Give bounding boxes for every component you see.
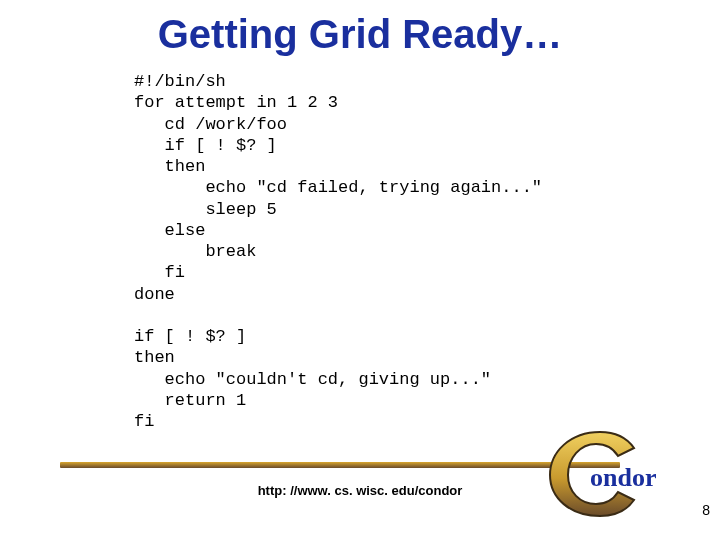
- code-block: #!/bin/sh for attempt in 1 2 3 cd /work/…: [134, 71, 720, 432]
- slide-container: Getting Grid Ready… #!/bin/sh for attemp…: [0, 0, 720, 540]
- footer-url: http: //www. cs. wisc. edu/condor: [0, 483, 720, 498]
- condor-logo: ondor: [530, 420, 680, 520]
- page-number: 8: [702, 502, 710, 518]
- slide-title: Getting Grid Ready…: [0, 0, 720, 57]
